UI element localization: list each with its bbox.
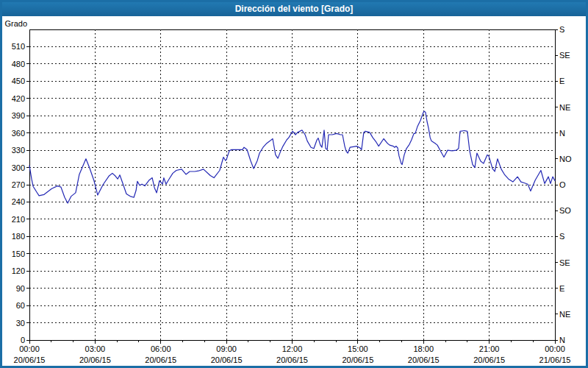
compass-tick-label: N bbox=[559, 336, 565, 344]
x-axis-date-label: 20/06/15 bbox=[473, 355, 505, 364]
x-axis-time-label: 06:00 bbox=[151, 344, 171, 353]
compass-tick-label: N bbox=[559, 129, 565, 138]
x-axis-time-label: 18:00 bbox=[413, 344, 434, 353]
compass-tick-label: O bbox=[559, 180, 566, 189]
compass-tick-label: S bbox=[559, 25, 564, 34]
x-axis-time-label: 00:00 bbox=[19, 344, 40, 353]
window-title: Dirección del viento [Grado] bbox=[2, 2, 586, 16]
x-axis-time-label: 15:00 bbox=[348, 344, 368, 353]
x-axis-date-label: 20/06/15 bbox=[276, 355, 308, 364]
x-axis-time-label: 21:00 bbox=[479, 344, 500, 353]
compass-tick-label: E bbox=[559, 77, 564, 85]
y-axis-tick-label: 240 bbox=[12, 197, 25, 206]
compass-tick-label: NE bbox=[559, 103, 570, 112]
y-axis-tick-label: 30 bbox=[16, 319, 25, 328]
x-axis-time-label: 09:00 bbox=[216, 344, 237, 353]
x-axis-date-label: 20/06/15 bbox=[79, 355, 111, 364]
compass-tick-label: S bbox=[559, 232, 564, 241]
y-axis-tick-label: 300 bbox=[12, 163, 25, 172]
compass-tick-label: SE bbox=[559, 258, 570, 267]
compass-tick-label: NE bbox=[559, 310, 570, 319]
y-axis-tick-label: 60 bbox=[16, 301, 25, 310]
compass-tick-label: NO bbox=[559, 155, 572, 163]
y-axis-tick-label: 450 bbox=[12, 77, 25, 85]
y-axis-tick-label: 0 bbox=[21, 336, 25, 344]
y-axis-tick-label: 120 bbox=[12, 266, 25, 275]
y-axis-tick-label: 210 bbox=[12, 215, 25, 224]
x-axis-date-label: 20/06/15 bbox=[342, 355, 373, 364]
y-axis-tick-label: 510 bbox=[12, 42, 25, 51]
x-axis-date-label: 20/06/15 bbox=[211, 355, 243, 364]
x-axis-date-label: 20/06/15 bbox=[14, 355, 46, 364]
wind-direction-chart: 0306090120150180210240270300330360390420… bbox=[2, 16, 586, 366]
x-axis-date-label: 21/06/15 bbox=[539, 355, 571, 364]
compass-tick-label: SE bbox=[559, 51, 570, 60]
x-axis-time-label: 12:00 bbox=[282, 344, 303, 353]
y-axis-tick-label: 180 bbox=[12, 232, 25, 241]
app-window: Dirección del viento [Grado] 03060901201… bbox=[0, 0, 588, 368]
y-axis-title: Grado bbox=[4, 19, 27, 28]
y-axis-tick-label: 150 bbox=[12, 250, 25, 258]
y-axis-tick-label: 480 bbox=[12, 60, 25, 68]
x-axis-time-label: 03:00 bbox=[85, 344, 106, 353]
y-axis-tick-label: 390 bbox=[12, 111, 25, 120]
compass-tick-label: SO bbox=[559, 206, 571, 215]
x-axis-date-label: 20/06/15 bbox=[145, 355, 176, 364]
y-axis-tick-label: 330 bbox=[12, 146, 25, 155]
y-axis-tick-label: 420 bbox=[12, 94, 25, 103]
y-axis-tick-label: 90 bbox=[16, 284, 25, 293]
y-axis-tick-label: 360 bbox=[12, 129, 25, 138]
compass-tick-label: E bbox=[559, 284, 564, 293]
y-axis-tick-label: 270 bbox=[12, 180, 25, 189]
x-axis-time-label: 00:00 bbox=[545, 344, 565, 353]
x-axis-date-label: 20/06/15 bbox=[408, 355, 440, 364]
